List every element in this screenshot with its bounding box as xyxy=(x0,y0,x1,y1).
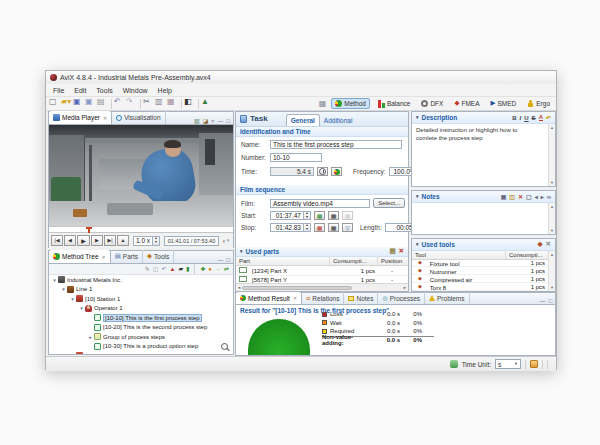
name-input[interactable]: This is the first process step xyxy=(270,140,402,149)
scroll-up-icon[interactable]: ▲ xyxy=(550,204,554,209)
speed-input[interactable]: 1.0 x xyxy=(133,236,153,246)
tree-item[interactable]: ▾ [10] Station 1 xyxy=(49,294,233,304)
scroll-up-icon[interactable]: ▲ xyxy=(550,252,554,257)
tab-tools[interactable]: ◆ Tools xyxy=(143,250,174,263)
bold-icon[interactable]: B xyxy=(512,115,516,121)
capture-icon[interactable]: ▥ xyxy=(194,118,200,124)
tab-method-result[interactable]: Method Result ✕ xyxy=(236,292,302,304)
minimize-icon[interactable]: — xyxy=(217,257,223,263)
save-icon[interactable]: ▣ xyxy=(73,98,85,109)
tab-relations[interactable]: ⇄ Relations xyxy=(302,292,344,304)
notes-header[interactable]: ▾ Notes ▣ ◫ ✕ ▢ ◂ ▸ ∞ xyxy=(412,191,555,203)
sync-icon[interactable]: ⇄ xyxy=(224,266,229,272)
maximize-icon[interactable]: □ xyxy=(226,257,230,263)
menu-help[interactable]: Help xyxy=(153,86,177,95)
perspective-ergo[interactable]: Ergo xyxy=(524,99,553,108)
close-icon[interactable]: ✕ xyxy=(293,295,297,301)
title-bar[interactable]: AviX 4.8.4 - Industrial Metals Pre-Assem… xyxy=(46,71,556,84)
perspective-switcher-icon[interactable]: ▦ xyxy=(319,100,327,108)
column-position[interactable]: Position xyxy=(378,257,406,265)
move-icon[interactable]: → xyxy=(215,266,221,272)
play-sequence-icon[interactable]: ▽ xyxy=(342,223,353,232)
add-operator-icon[interactable]: ▲ xyxy=(169,266,175,272)
set-stop-from-film-icon[interactable]: ▦ xyxy=(314,223,325,232)
menu-edit[interactable]: Edit xyxy=(69,86,91,95)
stopwatch-button[interactable] xyxy=(317,167,328,176)
step-forward-icon[interactable]: ▶ xyxy=(91,235,103,246)
minimize-icon[interactable]: — xyxy=(539,298,545,304)
expander-icon[interactable]: ▸ xyxy=(87,334,94,340)
tab-media-player[interactable]: Media Player ✕ xyxy=(49,111,112,124)
video-frame[interactable] xyxy=(49,125,233,226)
scroll-up-icon[interactable]: ▲ xyxy=(550,125,554,130)
add-note-icon[interactable]: ▣ xyxy=(501,194,507,200)
italic-icon[interactable]: I xyxy=(520,115,522,121)
tools-scrollbar[interactable]: ▲▼ xyxy=(548,251,555,291)
expander-icon[interactable]: ▾ xyxy=(51,277,58,283)
notes-scrollbar[interactable]: ▲▼ xyxy=(548,203,555,234)
tab-parts[interactable]: ▤ Parts xyxy=(111,250,143,263)
time-unit-select[interactable]: s ▼ xyxy=(495,359,521,369)
tree-item[interactable]: ▾ Line 1 xyxy=(49,285,233,295)
section-used-parts[interactable]: ▾ Used parts ▤ ✕ xyxy=(236,247,408,257)
eject-icon[interactable]: ▲ xyxy=(117,235,129,246)
add-tool-icon[interactable]: ◆ xyxy=(538,241,543,248)
start-input[interactable]: 01:37.47 xyxy=(270,211,304,220)
close-icon[interactable]: ✕ xyxy=(102,254,106,260)
description-text[interactable]: Detailed instruction or highlight how to… xyxy=(412,124,542,145)
remove-part-icon[interactable]: ✕ xyxy=(399,248,404,255)
column-consumption[interactable]: Consumpti... xyxy=(330,257,378,265)
section-film[interactable]: Film sequence xyxy=(236,185,408,195)
tree-item[interactable]: ▾ Operator 1 xyxy=(49,304,233,314)
redo-icon[interactable]: ↷ xyxy=(126,98,138,109)
cut-icon[interactable]: ✂ xyxy=(143,98,155,109)
scroll-thumb[interactable] xyxy=(242,286,352,290)
menu-file[interactable]: File xyxy=(48,86,69,95)
connection-icon[interactable] xyxy=(450,360,458,368)
open-file-icon[interactable]: ▰▾ xyxy=(61,98,73,109)
parts-hscrollbar[interactable]: ◂ ▸ xyxy=(236,283,408,291)
tab-notes[interactable]: Notes xyxy=(344,292,378,304)
next-note-icon[interactable]: ▸ xyxy=(541,194,544,200)
insert-icon[interactable]: ✚ xyxy=(200,266,205,272)
description-editor[interactable]: Detailed instruction or highlight how to… xyxy=(412,124,555,186)
tree-item[interactable]: [10-20] This is the second process step xyxy=(49,323,233,333)
time-analysis-button[interactable] xyxy=(331,167,342,176)
scroll-down-icon[interactable]: ▼ xyxy=(550,180,554,185)
tab-processes[interactable]: ◎ Processes xyxy=(378,292,425,304)
play-icon[interactable]: ▶ xyxy=(77,235,90,246)
export-icon[interactable]: ◪ xyxy=(203,118,209,124)
perspective-smed[interactable]: ▶ SMED xyxy=(487,99,519,108)
description-header[interactable]: ▾ Description B I U S A ↶ xyxy=(412,112,555,124)
strikethrough-icon[interactable]: S xyxy=(532,115,536,121)
undo-icon[interactable]: ↶ xyxy=(161,266,166,272)
expander-icon[interactable]: ▾ xyxy=(69,296,76,302)
tab-general[interactable]: General xyxy=(286,114,320,126)
scroll-down-icon[interactable]: ▼ xyxy=(550,228,554,233)
goto-start-icon[interactable]: ▦ xyxy=(328,211,339,220)
stop-spinner[interactable]: ▲▼ xyxy=(304,223,311,232)
tree-item[interactable]: ▸ Group of process steps xyxy=(49,332,233,342)
start-spinner[interactable]: ▲▼ xyxy=(304,211,311,220)
video-timeline[interactable] xyxy=(49,226,233,233)
calendar-icon[interactable] xyxy=(530,360,538,368)
tab-problems[interactable]: Problems xyxy=(425,292,469,304)
tree-item[interactable]: [20] Station 2 xyxy=(49,351,233,354)
volume-icon[interactable]: ◖ xyxy=(222,238,226,244)
save-all-icon[interactable]: ▣ xyxy=(85,98,97,109)
tree-item[interactable]: [10-30] This is a product option step xyxy=(49,342,233,352)
launch-icon[interactable]: ▲ xyxy=(201,98,213,109)
tree-item[interactable]: ▾ Industrial Metals Inc. xyxy=(49,275,233,285)
skip-start-icon[interactable]: |◀ xyxy=(51,235,63,246)
remove-tool-icon[interactable]: ✕ xyxy=(546,241,551,248)
tab-visualisation[interactable]: Visualisation xyxy=(112,111,165,124)
font-color-icon[interactable]: A xyxy=(539,114,543,121)
number-input[interactable]: 10-10 xyxy=(270,153,322,162)
tree-item-selected[interactable]: [10-10] This is the first process step xyxy=(49,313,233,323)
delete-note-icon[interactable]: ✕ xyxy=(518,194,523,200)
clear-format-icon[interactable]: ↶ xyxy=(546,115,551,121)
tab-additional[interactable]: Additional xyxy=(320,114,357,126)
stop-input[interactable]: 01:42.83 xyxy=(270,223,304,232)
used-tools-header[interactable]: ▾ Used tools ◆ ✕ xyxy=(412,239,555,251)
add-part-icon[interactable]: ▤ xyxy=(389,248,395,255)
